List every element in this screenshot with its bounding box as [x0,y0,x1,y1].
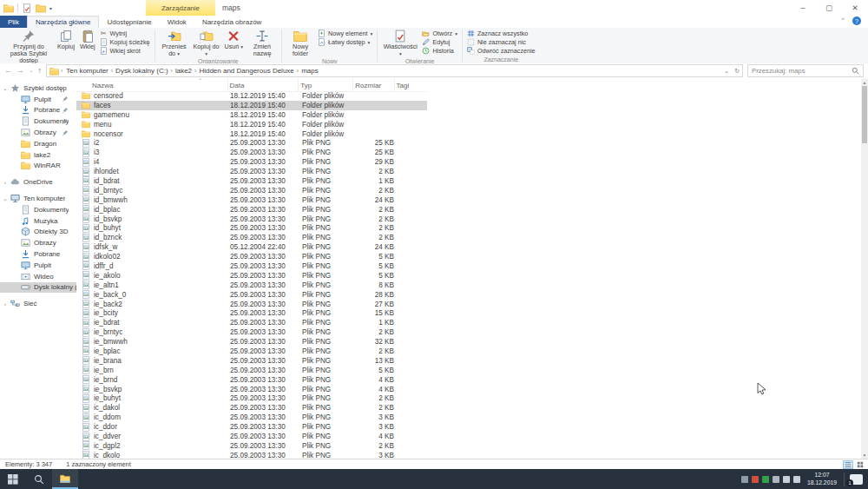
rename-button[interactable]: Zmień nazwę [246,29,279,57]
tray-app-icon[interactable] [741,476,748,483]
file-row[interactable]: ie_akolo25.09.2003 13:30Plik PNG5 KB [76,271,427,281]
column-header-name[interactable]: Nazwa⌃ [76,79,228,91]
new-folder-button[interactable]: Nowy folder [285,29,316,57]
expander-icon[interactable]: ⌄ [0,85,10,91]
expander-icon[interactable]: ⌄ [0,195,10,202]
file-row[interactable]: ie_bplac25.09.2003 13:30Plik PNG2 KB [76,347,427,356]
sidebar-item-obiekty-3d[interactable]: Obiekty 3D [0,227,76,238]
breadcrumb-item[interactable]: maps [299,67,320,75]
expander-icon[interactable]: › [0,301,10,307]
breadcrumb-item[interactable]: lake2 [174,67,194,75]
copy-path-button[interactable]: Kopiuj ścieżkę [98,38,152,46]
file-row[interactable]: id_bdrat25.09.2003 13:30Plik PNG1 KB [76,176,427,186]
file-row[interactable]: ie_bcity25.09.2003 13:30Plik PNG15 KB [76,308,427,318]
select-all-button[interactable]: Zaznacz wszystko [465,30,537,37]
sidebar-item-winrar[interactable]: WinRAR [0,161,76,172]
file-row[interactable]: ie_buhyt25.09.2003 13:30Plik PNG2 KB [76,394,427,404]
sidebar-item-onedrive[interactable]: ›OneDrive [0,176,76,188]
search-input[interactable]: Przeszukaj: maps [747,64,864,77]
details-view-button[interactable] [843,460,853,469]
sidebar-item-pobrane[interactable]: Pobrane [0,248,76,260]
invert-selection-button[interactable]: Odwróć zaznaczenie [465,47,537,55]
sidebar-item-szybki-dostęp[interactable]: ⌄Szybki dostęp [0,83,76,94]
column-header-size[interactable]: Rozmiar [353,79,394,91]
file-row[interactable]: idffr_d25.09.2003 13:30Plik PNG5 KB [76,261,427,271]
sidebar-item-sieć[interactable]: ›Sieć [0,298,76,309]
file-row[interactable]: ie_bdrat25.09.2003 13:30Plik PNG1 KB [76,318,427,327]
file-row[interactable]: ic_dkolo25.09.2003 13:30Plik PNG3 KB [76,451,427,459]
file-row[interactable]: ie_brana25.09.2003 13:30Plik PNG13 KB [76,356,427,366]
thumbnails-view-button[interactable] [855,460,865,469]
file-row[interactable]: faces18.12.2019 15:40Folder plików [76,101,427,110]
file-row[interactable]: ic_ddom25.09.2003 13:30Plik PNG3 KB [76,413,427,422]
column-header-type[interactable]: Typ [299,79,353,91]
tray-tool-icon[interactable] [773,476,779,483]
file-row[interactable]: ic_dgpl225.09.2003 13:30Plik PNG2 KB [76,441,427,451]
file-row[interactable]: ie_brntyc25.09.2003 13:30Plik PNG2 KB [76,327,427,337]
sidebar-item-dysk-lokalny-c-[interactable]: Dysk lokalny (C:) [0,282,76,294]
scroll-down-icon[interactable]: ▼ [861,453,868,458]
file-row[interactable]: ie_brn25.09.2003 13:30Plik PNG5 KB [76,366,427,375]
tab-picture-tools[interactable]: Narzędzia obrazów [194,16,269,28]
copy-to-button[interactable]: Kopiuj do ▾ [191,29,222,57]
up-icon[interactable]: ↑ [37,67,42,75]
breadcrumb[interactable]: › Ten komputer›Dysk lokalny (C:)›lake2›H… [46,64,743,77]
breadcrumb-item[interactable]: Dysk lokalny (C:) [114,67,169,75]
file-row[interactable]: i325.09.2003 13:30Plik PNG25 KB [76,148,427,157]
file-row[interactable]: i425.09.2003 13:30Plik PNG29 KB [76,157,427,167]
file-row[interactable]: i225.09.2003 13:30Plik PNG25 KB [76,138,427,148]
pin-to-quick-access-button[interactable]: Przypnij do paska Szybki dostęp [3,29,55,64]
file-row[interactable]: id_bmwwh25.09.2003 13:30Plik PNG24 KB [76,195,427,205]
qat-properties-icon[interactable] [22,3,32,13]
tab-view[interactable]: Widok [160,16,194,28]
maximize-button[interactable]: ▢ [816,0,842,16]
sidebar-item-dokumenty[interactable]: Dokumenty [0,116,76,127]
file-row[interactable]: nocensor18.12.2019 15:40Folder plików [76,129,427,139]
sidebar-item-ten-komputer[interactable]: ⌄Ten komputer [0,193,76,204]
select-none-button[interactable]: Nie zaznaczaj nic [465,38,537,46]
file-row[interactable]: ie_back_025.09.2003 13:30Plik PNG28 KB [76,290,427,300]
file-row[interactable]: ic_ddor25.09.2003 13:30Plik PNG3 KB [76,422,427,432]
paste-button[interactable]: Wklej [77,29,98,50]
file-row[interactable]: menu18.12.2019 15:40Folder plików [76,120,427,129]
file-row[interactable]: ic_ddver25.09.2003 13:30Plik PNG4 KB [76,432,427,441]
recent-locations-caret-icon[interactable]: ⌄ [29,68,33,74]
minimize-button[interactable]: – [790,0,816,16]
scrollbar-thumb[interactable] [862,86,867,143]
help-icon[interactable]: ? [852,17,861,25]
scroll-up-icon[interactable]: ▲ [861,80,868,85]
edit-button[interactable]: Edytuj [420,38,459,46]
tray-alert-icon[interactable] [752,476,759,483]
file-row[interactable]: id_brntyc25.09.2003 13:30Plik PNG2 KB [76,186,427,195]
file-row[interactable]: ie_altn125.09.2003 13:30Plik PNG8 KB [76,281,427,290]
column-header-tags[interactable]: Tagi [395,79,427,91]
sidebar-item-dragon[interactable]: Dragon [0,138,76,149]
paste-shortcut-button[interactable]: Wklej skrót [98,47,152,55]
sidebar-item-obrazy[interactable]: Obrazy [0,237,76,248]
file-row[interactable]: id_bplac25.09.2003 13:30Plik PNG2 KB [76,205,427,215]
breadcrumb-item[interactable]: Ten komputer [64,67,109,75]
file-row[interactable]: ic_dakol25.09.2003 13:30Plik PNG2 KB [76,403,427,413]
qat-new-folder-icon[interactable] [36,3,46,13]
cut-button[interactable]: ✂ Wytnij [98,30,152,37]
close-button[interactable]: ✕ [842,0,868,16]
file-row[interactable]: censored18.12.2019 15:40Folder plików [76,91,427,101]
open-button[interactable]: Otwórz ▾ [420,30,459,37]
delete-button[interactable]: Usuń ▾ [222,29,247,50]
file-row[interactable]: id_bsvkp25.09.2003 13:30Plik PNG2 KB [76,215,427,224]
tray-chat-icon[interactable] [783,476,790,483]
history-button[interactable]: Historia [420,47,459,55]
file-row[interactable]: ie_brnd25.09.2003 13:30Plik PNG4 KB [76,375,427,385]
file-row[interactable]: ihlondet25.09.2003 13:30Plik PNG2 KB [76,167,427,176]
refresh-icon[interactable]: ↻ [734,68,740,75]
sidebar-item-wideo[interactable]: Wideo [0,271,76,282]
start-button[interactable] [0,469,26,489]
tray-volume-icon[interactable] [793,476,800,483]
sidebar-item-lake2[interactable]: lake2 [0,149,76,161]
copy-button[interactable]: Kopiuj [55,29,77,50]
tab-home[interactable]: Narzędzia główne [27,16,100,28]
file-row[interactable]: ie_bmwwh25.09.2003 13:30Plik PNG32 KB [76,337,427,347]
easy-access-button[interactable]: Łatwy dostęp ▾ [316,38,374,46]
file-row[interactable]: ie_bsvkp25.09.2003 13:30Plik PNG4 KB [76,385,427,394]
vertical-scrollbar[interactable]: ▲ ▼ [861,79,868,459]
